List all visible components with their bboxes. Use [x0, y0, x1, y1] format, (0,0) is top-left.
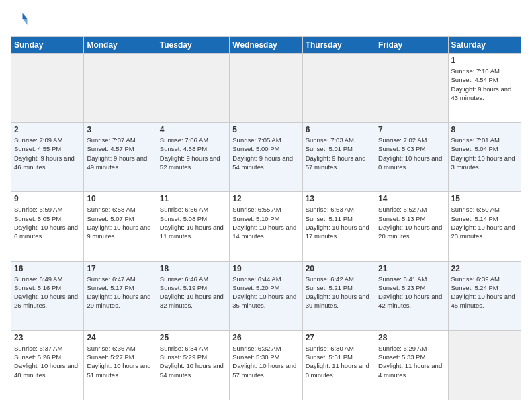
weekday-tuesday: Tuesday — [157, 37, 229, 54]
day-info: Sunrise: 7:10 AM Sunset: 4:54 PM Dayligh… — [451, 66, 518, 102]
weekday-wednesday: Wednesday — [230, 37, 302, 54]
week-row-0: 1Sunrise: 7:10 AM Sunset: 4:54 PM Daylig… — [11, 54, 521, 123]
day-cell: 27Sunrise: 6:30 AM Sunset: 5:31 PM Dayli… — [302, 330, 375, 400]
day-number: 20 — [306, 264, 372, 273]
day-info: Sunrise: 6:29 AM Sunset: 5:33 PM Dayligh… — [378, 344, 445, 379]
day-number: 26 — [232, 333, 299, 342]
day-number: 4 — [160, 125, 226, 134]
day-cell — [375, 54, 448, 123]
day-info: Sunrise: 7:06 AM Sunset: 4:58 PM Dayligh… — [160, 136, 226, 171]
day-number: 23 — [14, 333, 81, 342]
day-number: 17 — [87, 264, 153, 273]
day-cell: 6Sunrise: 7:03 AM Sunset: 5:01 PM Daylig… — [302, 123, 375, 192]
day-info: Sunrise: 7:02 AM Sunset: 5:03 PM Dayligh… — [378, 136, 445, 171]
logo — [11, 11, 31, 30]
day-number: 10 — [87, 194, 153, 203]
day-number: 18 — [160, 264, 226, 273]
day-info: Sunrise: 6:42 AM Sunset: 5:21 PM Dayligh… — [306, 275, 372, 310]
day-number: 25 — [160, 333, 226, 342]
day-cell: 2Sunrise: 7:09 AM Sunset: 4:55 PM Daylig… — [11, 123, 84, 192]
day-cell: 4Sunrise: 7:06 AM Sunset: 4:58 PM Daylig… — [157, 123, 229, 192]
day-number: 11 — [160, 194, 226, 203]
day-cell — [230, 54, 302, 123]
day-cell: 12Sunrise: 6:55 AM Sunset: 5:10 PM Dayli… — [230, 192, 302, 261]
day-cell: 28Sunrise: 6:29 AM Sunset: 5:33 PM Dayli… — [375, 330, 448, 400]
weekday-saturday: Saturday — [448, 37, 521, 54]
day-number: 5 — [232, 125, 299, 134]
page: SundayMondayTuesdayWednesdayThursdayFrid… — [0, 0, 532, 411]
week-row-4: 23Sunrise: 6:37 AM Sunset: 5:26 PM Dayli… — [11, 330, 521, 400]
day-cell: 18Sunrise: 6:46 AM Sunset: 5:19 PM Dayli… — [157, 261, 229, 330]
day-number: 22 — [451, 264, 518, 273]
day-number: 24 — [87, 333, 153, 342]
svg-marker-1 — [23, 19, 28, 25]
day-info: Sunrise: 6:49 AM Sunset: 5:16 PM Dayligh… — [14, 275, 81, 310]
svg-marker-0 — [23, 13, 28, 19]
day-info: Sunrise: 6:52 AM Sunset: 5:13 PM Dayligh… — [378, 205, 445, 240]
weekday-header-row: SundayMondayTuesdayWednesdayThursdayFrid… — [11, 37, 521, 54]
day-number: 16 — [14, 264, 81, 273]
day-number: 21 — [378, 264, 445, 273]
weekday-friday: Friday — [375, 37, 448, 54]
day-cell: 20Sunrise: 6:42 AM Sunset: 5:21 PM Dayli… — [302, 261, 375, 330]
calendar-table: SundayMondayTuesdayWednesdayThursdayFrid… — [11, 36, 521, 400]
day-number: 7 — [378, 125, 445, 134]
day-cell: 11Sunrise: 6:56 AM Sunset: 5:08 PM Dayli… — [157, 192, 229, 261]
day-info: Sunrise: 6:30 AM Sunset: 5:31 PM Dayligh… — [306, 344, 372, 379]
day-info: Sunrise: 6:46 AM Sunset: 5:19 PM Dayligh… — [160, 275, 226, 310]
day-info: Sunrise: 6:53 AM Sunset: 5:11 PM Dayligh… — [306, 205, 372, 240]
day-cell: 26Sunrise: 6:32 AM Sunset: 5:30 PM Dayli… — [230, 330, 302, 400]
day-cell: 7Sunrise: 7:02 AM Sunset: 5:03 PM Daylig… — [375, 123, 448, 192]
day-info: Sunrise: 7:03 AM Sunset: 5:01 PM Dayligh… — [306, 136, 372, 171]
day-info: Sunrise: 6:44 AM Sunset: 5:20 PM Dayligh… — [232, 275, 299, 310]
day-info: Sunrise: 7:09 AM Sunset: 4:55 PM Dayligh… — [14, 136, 81, 171]
day-cell: 3Sunrise: 7:07 AM Sunset: 4:57 PM Daylig… — [84, 123, 157, 192]
day-number: 13 — [306, 194, 372, 203]
day-cell: 23Sunrise: 6:37 AM Sunset: 5:26 PM Dayli… — [11, 330, 84, 400]
day-info: Sunrise: 6:59 AM Sunset: 5:05 PM Dayligh… — [14, 205, 81, 240]
day-number: 6 — [306, 125, 372, 134]
weekday-monday: Monday — [84, 37, 157, 54]
header — [11, 11, 521, 30]
day-info: Sunrise: 6:55 AM Sunset: 5:10 PM Dayligh… — [232, 205, 299, 240]
day-number: 15 — [451, 194, 518, 203]
day-cell: 24Sunrise: 6:36 AM Sunset: 5:27 PM Dayli… — [84, 330, 157, 400]
day-info: Sunrise: 6:34 AM Sunset: 5:29 PM Dayligh… — [160, 344, 226, 379]
day-number: 27 — [306, 333, 372, 342]
day-info: Sunrise: 6:39 AM Sunset: 5:24 PM Dayligh… — [451, 275, 518, 310]
day-cell — [84, 54, 157, 123]
day-cell: 8Sunrise: 7:01 AM Sunset: 5:04 PM Daylig… — [448, 123, 521, 192]
day-info: Sunrise: 6:36 AM Sunset: 5:27 PM Dayligh… — [87, 344, 153, 379]
day-number: 8 — [451, 125, 518, 134]
week-row-3: 16Sunrise: 6:49 AM Sunset: 5:16 PM Dayli… — [11, 261, 521, 330]
week-row-1: 2Sunrise: 7:09 AM Sunset: 4:55 PM Daylig… — [11, 123, 521, 192]
day-cell: 5Sunrise: 7:05 AM Sunset: 5:00 PM Daylig… — [230, 123, 302, 192]
logo-icon — [11, 11, 30, 30]
day-number: 12 — [232, 194, 299, 203]
day-cell — [11, 54, 84, 123]
weekday-sunday: Sunday — [11, 37, 84, 54]
day-number: 3 — [87, 125, 153, 134]
day-info: Sunrise: 6:50 AM Sunset: 5:14 PM Dayligh… — [451, 205, 518, 240]
day-info: Sunrise: 6:56 AM Sunset: 5:08 PM Dayligh… — [160, 205, 226, 240]
day-info: Sunrise: 6:41 AM Sunset: 5:23 PM Dayligh… — [378, 275, 445, 310]
day-number: 19 — [232, 264, 299, 273]
day-cell: 1Sunrise: 7:10 AM Sunset: 4:54 PM Daylig… — [448, 54, 521, 123]
day-cell — [448, 330, 521, 400]
day-cell — [302, 54, 375, 123]
day-info: Sunrise: 7:05 AM Sunset: 5:00 PM Dayligh… — [232, 136, 299, 171]
day-number: 28 — [378, 333, 445, 342]
day-number: 14 — [378, 194, 445, 203]
day-cell: 10Sunrise: 6:58 AM Sunset: 5:07 PM Dayli… — [84, 192, 157, 261]
week-row-2: 9Sunrise: 6:59 AM Sunset: 5:05 PM Daylig… — [11, 192, 521, 261]
day-info: Sunrise: 6:58 AM Sunset: 5:07 PM Dayligh… — [87, 205, 153, 240]
day-number: 1 — [451, 56, 518, 65]
day-cell: 17Sunrise: 6:47 AM Sunset: 5:17 PM Dayli… — [84, 261, 157, 330]
day-info: Sunrise: 6:32 AM Sunset: 5:30 PM Dayligh… — [232, 344, 299, 379]
day-cell: 25Sunrise: 6:34 AM Sunset: 5:29 PM Dayli… — [157, 330, 229, 400]
weekday-thursday: Thursday — [302, 37, 375, 54]
day-info: Sunrise: 6:47 AM Sunset: 5:17 PM Dayligh… — [87, 275, 153, 310]
day-info: Sunrise: 7:01 AM Sunset: 5:04 PM Dayligh… — [451, 136, 518, 171]
day-cell: 22Sunrise: 6:39 AM Sunset: 5:24 PM Dayli… — [448, 261, 521, 330]
day-cell: 21Sunrise: 6:41 AM Sunset: 5:23 PM Dayli… — [375, 261, 448, 330]
